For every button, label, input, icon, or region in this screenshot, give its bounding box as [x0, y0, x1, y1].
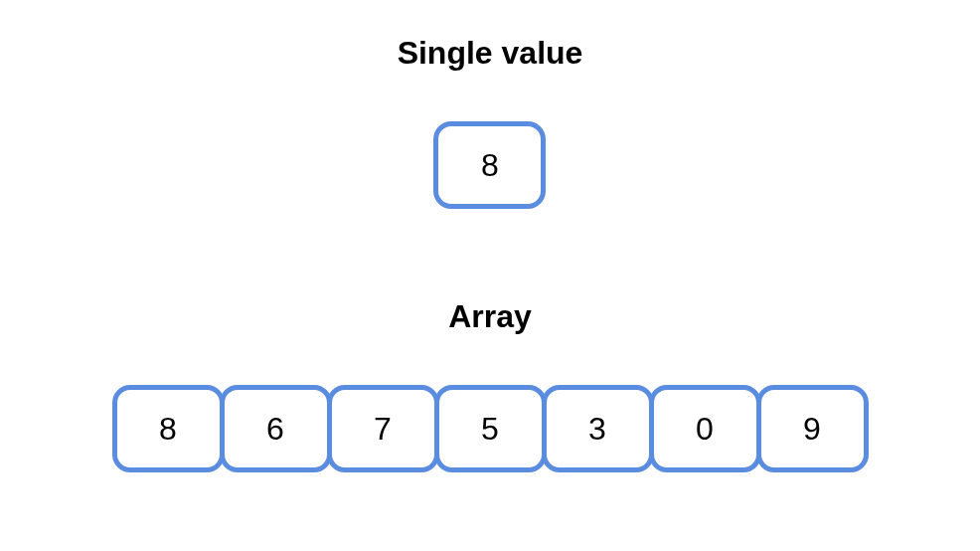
array-box: 9	[756, 385, 869, 472]
array-value-text: 9	[803, 411, 821, 448]
single-value-title: Single value	[398, 35, 583, 72]
array-box: 6	[220, 385, 332, 472]
array-box: 0	[649, 385, 761, 472]
array-value-text: 5	[481, 411, 499, 448]
array-box: 5	[434, 385, 547, 472]
single-value-box: 8	[433, 121, 546, 209]
single-value-box-container: 8	[433, 121, 546, 209]
single-value-section: Single value 8	[398, 35, 583, 209]
array-title: Array	[448, 298, 532, 335]
array-value-text: 6	[266, 411, 284, 448]
array-value-text: 3	[588, 411, 606, 448]
array-section: Array 8 6 7 5 3 0 9	[112, 298, 869, 472]
array-value-text: 7	[374, 411, 392, 448]
array-box: 7	[327, 385, 439, 472]
array-boxes-container: 8 6 7 5 3 0 9	[112, 385, 869, 472]
array-value-text: 8	[159, 411, 177, 448]
array-value-text: 0	[696, 411, 714, 448]
array-box: 8	[112, 385, 225, 472]
array-box: 3	[542, 385, 654, 472]
single-value-text: 8	[481, 147, 499, 184]
